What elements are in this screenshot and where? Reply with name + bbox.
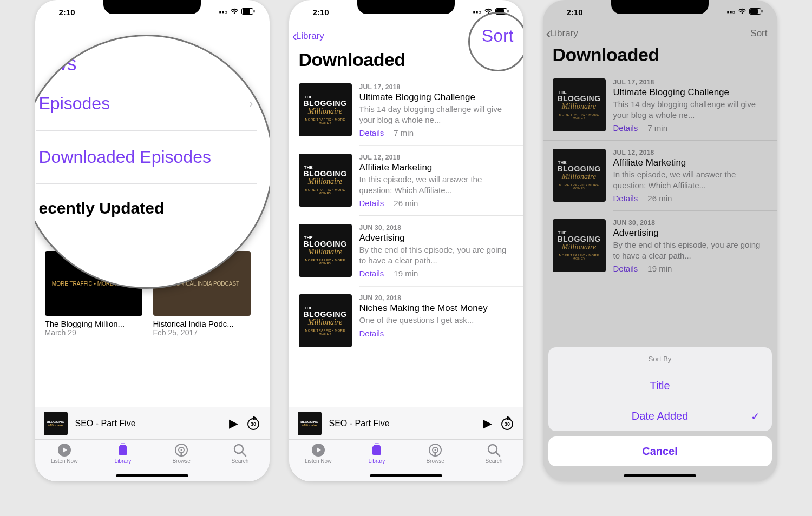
details-link[interactable]: Details: [359, 128, 384, 137]
notch: [103, 0, 201, 14]
episode-list[interactable]: THE BLOGGING Millionaire MORE TRAFFIC • …: [289, 76, 523, 407]
screen-sort-sheet: 2:10 ▪▪▫ ‹ Library Sort Downloaded THE B…: [543, 0, 777, 481]
library-icon: [370, 443, 384, 457]
episode-date: JUN 20, 2018: [359, 294, 514, 302]
episodes-row[interactable]: Episodes ›: [36, 77, 257, 130]
episode-row[interactable]: THE BLOGGING Millionaire MORE TRAFFIC • …: [359, 216, 523, 286]
notch: [611, 0, 709, 14]
svg-point-26: [435, 449, 436, 451]
shows-fragment: ws: [53, 52, 77, 75]
cancel-button[interactable]: Cancel: [548, 436, 772, 466]
status-icons: ▪▪▫: [219, 8, 256, 16]
episode-date: JUL 17, 2018: [359, 83, 514, 91]
notch: [357, 0, 455, 14]
library-icon: [116, 443, 130, 457]
details-link[interactable]: Details: [359, 199, 384, 208]
tab-label: Search: [232, 458, 249, 464]
episode-title: Advertising: [359, 233, 514, 243]
downloaded-episodes-row[interactable]: Downloaded Episodes: [36, 130, 257, 184]
downloaded-label: Downloaded Episodes: [39, 147, 211, 167]
cellular-icon: ▪▪▫: [473, 8, 481, 16]
svg-line-29: [496, 452, 500, 456]
svg-rect-7: [120, 445, 126, 446]
tab-label: Browse: [172, 458, 190, 464]
svg-rect-22: [374, 445, 380, 446]
home-indicator: [624, 474, 696, 477]
sort-option-date-added[interactable]: Date Added ✓: [548, 401, 772, 431]
page-title: Downloaded: [289, 48, 523, 76]
episode-row[interactable]: THE BLOGGING Millionaire MORE TRAFFIC • …: [359, 286, 523, 355]
tab-label: Search: [486, 458, 503, 464]
skip-forward-icon[interactable]: 30: [500, 416, 515, 431]
magnifier-highlight: ws Edit Episodes › Downloaded Episodes e…: [35, 35, 270, 289]
episode-date: JUL 12, 2018: [359, 154, 514, 161]
episode-duration: 19 min: [394, 269, 418, 278]
back-label: Library: [296, 31, 324, 42]
svg-rect-21: [372, 446, 381, 455]
tab-search[interactable]: Search: [473, 443, 515, 464]
svg-rect-1: [243, 9, 250, 14]
action-sheet-backdrop[interactable]: Sort By Title Date Added ✓ Cancel: [543, 0, 777, 481]
status-icons: ▪▪▫: [473, 8, 509, 16]
svg-text:30: 30: [250, 421, 256, 427]
edit-button[interactable]: Edit: [227, 55, 246, 75]
play-icon[interactable]: ▶: [229, 416, 238, 431]
episode-artwork: THE BLOGGING Millionaire MORE TRAFFIC • …: [299, 154, 352, 207]
sort-action-sheet: Sort By Title Date Added ✓: [548, 347, 772, 431]
episode-desc: In this episode, we will answer the ques…: [359, 174, 514, 195]
episode-desc: By the end of this episode, you are goin…: [359, 244, 514, 266]
mini-artwork: BLOGGING Millionaire: [44, 412, 68, 435]
episode-row[interactable]: THE BLOGGING Millionaire MORE TRAFFIC • …: [359, 145, 523, 216]
tab-listen-now[interactable]: Listen Now: [43, 443, 86, 464]
tab-library[interactable]: Library: [102, 443, 144, 464]
episode-duration: 26 min: [394, 199, 418, 208]
back-button[interactable]: ‹ Library: [292, 29, 324, 44]
skip-forward-icon[interactable]: 30: [246, 416, 261, 431]
episode-title: Niches Making the Most Money: [359, 303, 514, 314]
tab-search[interactable]: Search: [219, 443, 261, 464]
tab-library[interactable]: Library: [356, 443, 398, 464]
episode-title: Ultimate Blogging Challenge: [359, 92, 514, 103]
home-indicator: [116, 474, 188, 477]
card-date: Feb 25, 2017: [153, 328, 251, 337]
episodes-label: Episodes: [39, 94, 110, 114]
details-link[interactable]: Details: [359, 269, 384, 278]
library-body: MORE TRAFFIC • MORE MONEY The Blogging M…: [35, 24, 270, 407]
cellular-icon: ▪▪▫: [219, 8, 227, 16]
card-title: Historical India Podc...: [153, 319, 251, 328]
sort-button[interactable]: Sort: [482, 26, 514, 46]
sheet-header: Sort By: [548, 347, 772, 371]
tab-label: Library: [369, 458, 385, 464]
details-link[interactable]: Details: [359, 329, 384, 338]
now-playing-bar[interactable]: BLOGGING Millionaire SEO - Part Five ▶ 3…: [35, 407, 270, 439]
battery-icon: [495, 8, 509, 16]
episode-row[interactable]: THE BLOGGING Millionaire MORE TRAFFIC • …: [289, 76, 523, 145]
play-circle-icon: [311, 443, 325, 457]
wifi-icon: [230, 8, 239, 16]
tab-label: Listen Now: [305, 458, 331, 464]
screen-downloaded: 2:10 ▪▪▫ ‹ Library Sort Downloaded THE B…: [289, 0, 523, 481]
episode-duration: 7 min: [394, 128, 414, 137]
svg-rect-12: [181, 453, 182, 457]
sort-option-title[interactable]: Title: [548, 371, 772, 401]
svg-text:30: 30: [504, 421, 509, 427]
tab-listen-now[interactable]: Listen Now: [297, 443, 339, 464]
play-icon[interactable]: ▶: [483, 416, 492, 431]
svg-rect-17: [507, 10, 508, 13]
svg-rect-6: [119, 446, 127, 455]
battery-icon: [241, 8, 256, 16]
svg-rect-23: [375, 444, 379, 445]
time: 2:10: [303, 8, 329, 17]
card-date: March 29: [45, 328, 142, 337]
chevron-right-icon: ›: [249, 97, 253, 111]
episode-artwork: THE BLOGGING Millionaire MORE TRAFFIC • …: [299, 294, 352, 347]
tab-browse[interactable]: Browse: [414, 443, 456, 464]
now-playing-bar[interactable]: BLOGGING Millionaire SEO - Part Five ▶ 3…: [289, 407, 523, 439]
tab-label: Listen Now: [51, 458, 77, 464]
screen-library: 2:10 ▪▪▫ MORE TRAFFIC • MORE MONEY The B…: [35, 0, 270, 481]
search-icon: [233, 443, 247, 457]
checkmark-icon: ✓: [751, 410, 760, 423]
wifi-icon: [484, 8, 493, 16]
tab-browse[interactable]: Browse: [160, 443, 202, 464]
recently-updated-header: ecently Updated: [36, 184, 257, 223]
